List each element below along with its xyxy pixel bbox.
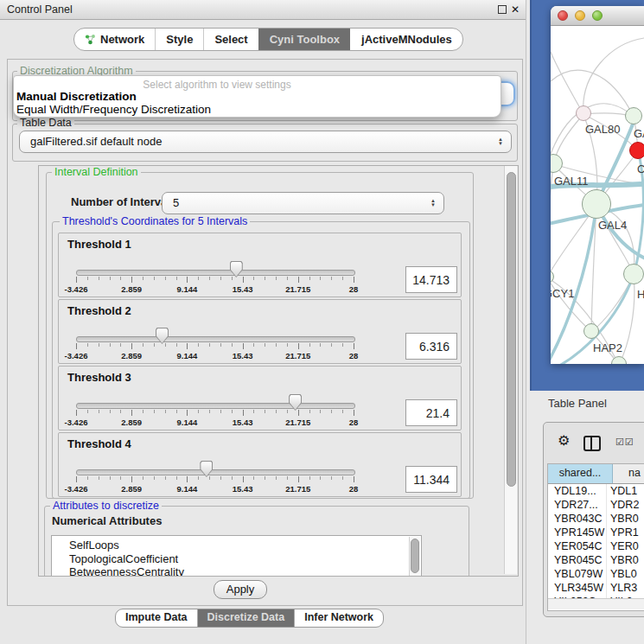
slider-track[interactable] [76, 469, 355, 475]
tick-mark [354, 476, 354, 482]
table-row[interactable]: YBL079WYBL0 [548, 567, 644, 581]
tick-mark [198, 410, 199, 413]
network-node[interactable] [582, 189, 611, 219]
table-row[interactable]: YBR045CYBR0 [548, 553, 644, 567]
table-data-value: galFiltered.sif default node [30, 131, 162, 151]
tick-label: 21.715 [281, 484, 316, 494]
tick-mark [276, 277, 277, 280]
node-label: H [637, 288, 644, 301]
cell-shared-name: YDR27... [548, 498, 607, 512]
cell-name: YPR1 [607, 526, 639, 539]
tab-select[interactable]: Select [203, 29, 258, 50]
attribute-list-item[interactable]: BetweennessCentrality [52, 565, 421, 577]
slider-thumb[interactable] [200, 461, 213, 477]
tick-mark [243, 476, 244, 482]
tab-style[interactable]: Style [155, 29, 203, 50]
tick-mark [87, 410, 88, 413]
bottom-tab-impute-data[interactable]: Impute Data [116, 609, 197, 627]
tick-mark [154, 410, 155, 413]
threshold-label: Threshold 4 [67, 437, 131, 450]
table-row[interactable]: YPR145WYPR1 [548, 526, 644, 539]
table-row[interactable]: YDR27...YDR2 [548, 498, 644, 512]
tick-mark [287, 476, 288, 480]
tick-mark [110, 476, 111, 480]
settings-scrollbar[interactable] [504, 166, 517, 574]
tick-mark [165, 343, 166, 347]
tick-mark [198, 476, 199, 480]
tick-mark [87, 476, 88, 480]
tick-label: 28 [336, 351, 371, 360]
network-canvas[interactable]: GAL80GACGAL11GAL4GCY1HHAP2 [551, 26, 644, 364]
spinner-icon: ▲▼ [498, 137, 503, 146]
tick-mark [331, 476, 332, 480]
tick-label: 28 [336, 284, 371, 294]
tick-mark [320, 410, 321, 413]
node-label: HAP2 [593, 341, 622, 354]
tick-mark [320, 476, 321, 480]
apply-button[interactable]: Apply [214, 580, 267, 599]
column-header-name[interactable]: na [613, 464, 644, 483]
threshold-value-field[interactable]: 21.4 [405, 399, 457, 426]
slider-track[interactable] [76, 270, 355, 276]
table-row[interactable]: YBR043CYBR0 [548, 512, 644, 526]
gear-icon[interactable]: ⚙ [558, 433, 570, 449]
tick-mark [131, 476, 132, 482]
tick-mark [187, 343, 188, 349]
float-window-icon[interactable] [498, 5, 507, 14]
numerical-attributes-list[interactable]: SelfLoopsTopologicalCoefficientBetweenne… [51, 535, 422, 577]
tab-cyni-toolbox[interactable]: Cyni Toolbox [258, 29, 350, 50]
threshold-label: Threshold 1 [67, 238, 131, 251]
cell-shared-name: YBR045C [548, 553, 607, 567]
select-columns-icon[interactable]: ☑☑ [615, 437, 634, 448]
tick-mark [198, 277, 199, 280]
attributes-list-scrollbar-thumb[interactable] [411, 539, 419, 573]
attribute-list-item[interactable]: SelfLoops [52, 536, 421, 552]
tick-label: -3.426 [59, 484, 93, 494]
slider-thumb[interactable] [289, 394, 302, 411]
column-header-shared-name[interactable]: shared... [548, 464, 613, 483]
slider-thumb[interactable] [156, 328, 169, 344]
table-data-combobox[interactable]: galFiltered.sif default node ▲▼ [19, 131, 512, 153]
table-row[interactable]: YDL19...YDL1 [548, 484, 644, 498]
zoom-traffic-light-icon[interactable] [592, 10, 603, 21]
threshold-value-field[interactable]: 6.316 [405, 333, 457, 360]
threshold-value-field[interactable]: 11.344 [405, 466, 457, 493]
close-traffic-light-icon[interactable] [558, 10, 568, 21]
tick-mark [331, 343, 332, 347]
slider-track[interactable] [76, 403, 355, 409]
tab-jactivemnodules[interactable]: jActiveMNodules [350, 29, 462, 50]
settings-scrollbar-thumb[interactable] [507, 172, 516, 487]
bottom-tab-infer-network[interactable]: Infer Network [294, 609, 383, 627]
tick-label: 21.715 [281, 351, 316, 360]
tab-network[interactable]: Network [74, 29, 155, 50]
network-node[interactable] [576, 105, 591, 121]
tick-mark [154, 476, 155, 480]
slider-track[interactable] [76, 336, 355, 342]
tick-mark [220, 343, 221, 347]
dropdown-option[interactable]: Manual Discretization [16, 90, 483, 103]
tick-mark [165, 277, 166, 280]
table-row[interactable]: YLR345WYLR3 [548, 581, 644, 595]
bottom-tab-discretize-data[interactable]: Discretize Data [197, 609, 295, 627]
cell-name: YBL0 [607, 567, 637, 581]
network-node[interactable] [625, 107, 642, 124]
attributes-list-scrollbar[interactable] [409, 537, 420, 577]
tick-mark [110, 343, 111, 347]
minimize-traffic-light-icon[interactable] [575, 10, 585, 21]
attributes-group-title: Attributes to discretize [50, 501, 162, 512]
slider-thumb[interactable] [230, 261, 243, 277]
close-icon[interactable]: ✕ [511, 3, 520, 16]
network-node[interactable] [629, 142, 644, 159]
network-node[interactable] [623, 264, 644, 284]
tick-mark [298, 277, 299, 283]
tick-mark [320, 277, 321, 280]
table-horizontal-scrollbar[interactable] [548, 598, 644, 609]
tick-mark [143, 410, 143, 413]
network-node[interactable] [583, 323, 599, 339]
table-row[interactable]: YER054CYER0 [548, 539, 644, 553]
attribute-list-item[interactable]: TopologicalCoefficient [52, 552, 421, 566]
number-of-intervals-combobox[interactable]: 5 ▲▼ [162, 192, 444, 214]
threshold-value-field[interactable]: 14.713 [405, 266, 457, 293]
split-columns-icon[interactable] [583, 436, 601, 451]
dropdown-option[interactable]: Equal Width/Frequency Discretization [16, 103, 483, 116]
